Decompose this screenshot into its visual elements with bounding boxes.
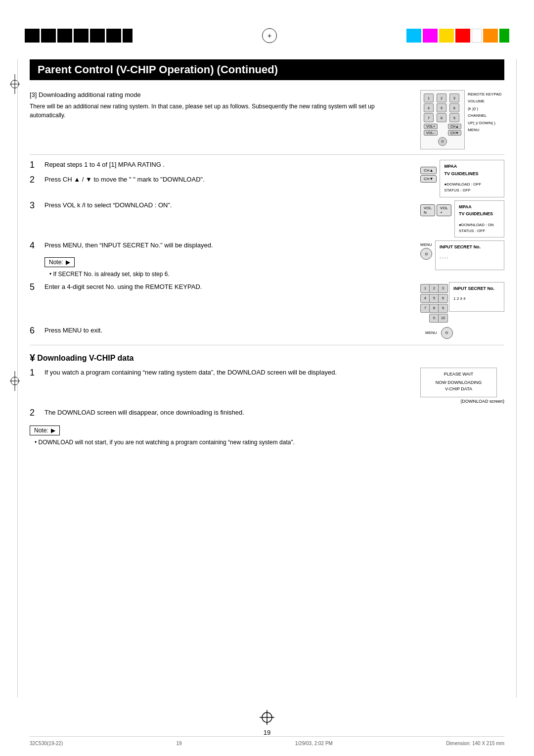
kp-3: 3 [438,284,448,293]
color-block-yellow [439,29,454,43]
left-crop-line [17,59,18,698]
channel-label: CHANNEL [468,112,501,119]
menu-circle-step4: ⊙ [420,248,432,260]
step-4: 4 Press MENU, then “INPUT SECRET No.” wi… [30,240,410,251]
vol-n-btn: VOLN [420,204,435,216]
page-title: Parent Control (V-CHIP Operation) (Conti… [30,59,504,80]
please-wait-screen: PLEASE WAIT NOW DOWNLOADING V-CHIP DATA [420,368,497,397]
key-1: 1 [424,94,434,102]
key-9: 9 [449,113,459,122]
kp-6: 6 [438,294,448,303]
left-reg-mark-mid [10,371,20,392]
black-block-4 [74,29,89,43]
doc-code: 32C530(19-22) [30,741,63,746]
kp-7: 7 [420,304,430,313]
vol-down-btn: VOL- [424,130,438,136]
black-block-3 [57,29,72,43]
key-2: 2 [437,94,446,102]
channel-updown-label: UP( )/ DOWN( ) [468,120,501,127]
color-block-magenta [423,29,438,43]
key-5: 5 [437,103,446,112]
center-reg-mark: + [262,28,277,43]
bottom-reg-mark [260,710,274,726]
note-label-1: Note: [49,259,63,266]
black-block-1 [25,29,40,43]
vol-plus-btn: VOL+ [437,204,451,216]
step-6: 6 Press MENU to exit. [30,326,410,336]
menu-btn-remote: ⊙ [438,137,447,146]
download-screen-caption: (DOWNLOAD screen) [420,399,504,404]
step4-tv-screen: INPUT SECRET No. - - - - [435,240,504,270]
color-block-orange [483,29,498,43]
menu-circle-step6: ⊙ [441,327,453,339]
menu-label-step4: MENU [420,242,432,247]
color-block-cyan [406,29,421,43]
menu-label-step6: MENU [425,331,437,335]
kp-8: 8 [429,304,439,313]
please-wait-line2: NOW DOWNLOADING [425,379,492,386]
step5-tv-screen: INPUT SECRET No. 1 2 3 4 [449,282,504,312]
please-wait-line3: V-CHIP DATA [425,386,492,392]
key-8: 8 [437,113,446,122]
remote-diagram: 1 2 3 4 5 6 7 8 9 VOL+ VOL- [420,90,504,149]
black-block-7 [123,29,133,43]
note-section-2: Note: ▶ • DOWNLOAD will not start, if yo… [30,424,504,446]
dimension-label: Dimension: 140 X 215 mm [446,741,504,746]
step-5: 5 Enter a 4-digit secret No. using the R… [30,282,410,293]
volume-keys-label: (k )(l ) [468,105,501,112]
ch-up-btn-remote: CH▲ [448,124,461,129]
color-block-green [499,29,509,43]
key-6: 6 [449,103,459,112]
kp-extra: 10 [438,314,448,323]
volume-label: VOLUME [468,98,501,105]
left-reg-mark-top [10,74,20,95]
key-7: 7 [424,113,434,122]
note-text-2: • DOWNLOAD will not start, if you are no… [35,439,504,446]
black-block-6 [106,29,121,43]
key-4: 4 [424,103,434,112]
menu-label: MENU [468,127,501,134]
note-text-1: • If SECRET No. is already set, skip to … [49,271,410,278]
color-block-white [472,29,482,43]
step2-tv-screen: MPAA TV GUIDELINES ●DOWNLOAD : OFF STATU… [440,160,504,197]
key-3: 3 [449,94,459,102]
kp-2: 2 [429,284,439,293]
download-step-2: 2 The DOWNLOAD screen will disappear, on… [30,408,504,419]
download-section-heading: ¥ Downloading V-CHIP data [30,352,504,364]
bottom-page-num: 19 [176,741,181,746]
ch-up-diagram: CH▲ [420,167,437,174]
right-crop-line [516,59,517,698]
please-wait-line1: PLEASE WAIT [425,371,492,378]
note-box-1: Note: ▶ [44,257,75,267]
kp-4: 4 [420,294,430,303]
kp-5: 5 [429,294,439,303]
step-3: 3 Press VOL k /l to select “DOWNLOAD : O… [30,200,410,211]
note-label-2: Note: [34,427,48,434]
vol-up-btn: VOL+ [424,124,438,129]
kp-0: 0 [429,314,439,323]
section3-para: There will be an additional new rating s… [30,102,410,120]
kp-9: 9 [438,304,448,313]
ch-down-diagram: CH▼ [420,175,437,183]
section3-heading: [3] Downloading additional rating mode [30,90,410,100]
step-1: 1 Repeat steps 1 to 4 of [1] MPAA RATING… [30,160,410,171]
ch-down-btn-remote: CH▼ [448,130,461,136]
remote-keypad-label: REMOTE KEYPAD [468,91,501,98]
step3-tv-screen: MPAA TV GUIDELINES ●DOWNLOAD : ON STATUS… [454,200,504,238]
kp-1: 1 [420,284,430,293]
date-label: 1/29/03, 2:02 PM [295,741,333,746]
black-block-5 [90,29,105,43]
download-step-1: 1 If you watch a program containing “new… [30,368,410,378]
black-block-2 [41,29,56,43]
page-number: 19 [264,729,270,736]
step-2: 2 Press CH ▲ / ▼ to move the " " mark to… [30,175,410,186]
note-box-2: Note: ▶ [30,425,60,435]
color-block-red [455,29,470,43]
